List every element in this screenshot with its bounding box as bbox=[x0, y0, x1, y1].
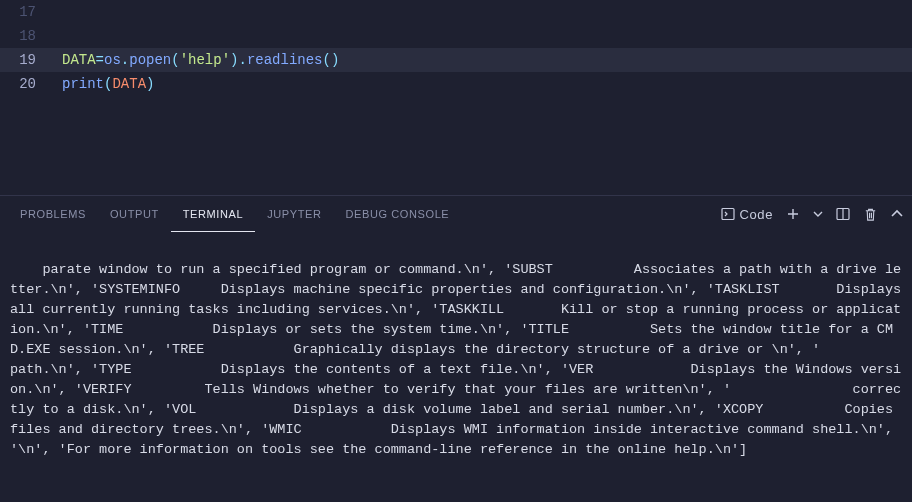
line-number: 19 bbox=[0, 48, 44, 72]
panel-tab-jupyter[interactable]: JUPYTER bbox=[255, 196, 333, 232]
panel-tab-problems[interactable]: PROBLEMS bbox=[8, 196, 98, 232]
code-line[interactable]: 18 bbox=[0, 24, 912, 48]
bottom-panel: PROBLEMSOUTPUTTERMINALJUPYTERDEBUG CONSO… bbox=[0, 195, 912, 502]
code-line[interactable]: 19DATA=os.popen('help').readlines() bbox=[0, 48, 912, 72]
new-terminal-button[interactable] bbox=[785, 206, 801, 222]
panel-tab-debug-console[interactable]: DEBUG CONSOLE bbox=[334, 196, 462, 232]
panel-tab-terminal[interactable]: TERMINAL bbox=[171, 196, 255, 232]
maximize-panel-button[interactable] bbox=[890, 207, 904, 221]
terminal-output-text: parate window to run a specified program… bbox=[10, 262, 912, 457]
code-content[interactable]: DATA=os.popen('help').readlines() bbox=[44, 48, 339, 72]
panel-tab-output[interactable]: OUTPUT bbox=[98, 196, 171, 232]
code-content[interactable]: print(DATA) bbox=[44, 72, 154, 96]
panel-actions: Code bbox=[720, 206, 904, 222]
terminal-launcher-label: Code bbox=[740, 207, 773, 222]
panel-tabbar: PROBLEMSOUTPUTTERMINALJUPYTERDEBUG CONSO… bbox=[0, 196, 912, 232]
code-line[interactable]: 17 bbox=[0, 0, 912, 24]
split-terminal-button[interactable] bbox=[835, 206, 851, 222]
terminal-launcher[interactable]: Code bbox=[720, 206, 773, 222]
code-editor[interactable]: 171819DATA=os.popen('help').readlines()2… bbox=[0, 0, 912, 195]
line-number: 20 bbox=[0, 72, 44, 96]
kill-terminal-button[interactable] bbox=[863, 207, 878, 222]
code-line[interactable]: 20print(DATA) bbox=[0, 72, 912, 96]
terminal-view[interactable]: parate window to run a specified program… bbox=[0, 232, 912, 502]
terminal-dropdown-icon[interactable] bbox=[813, 209, 823, 219]
line-number: 17 bbox=[0, 0, 44, 24]
svg-rect-0 bbox=[722, 209, 734, 220]
line-number: 18 bbox=[0, 24, 44, 48]
